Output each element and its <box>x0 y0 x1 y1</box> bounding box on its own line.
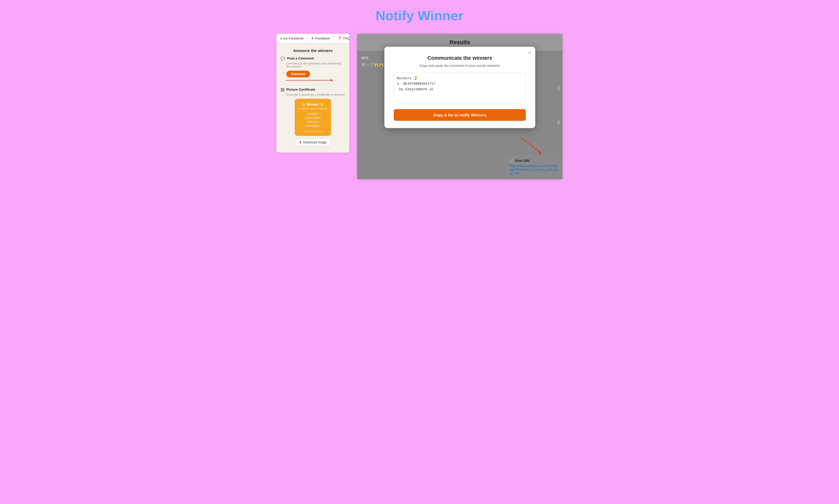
winner-4: josephpblatim <box>297 124 328 128</box>
post-url-section: 🔗 Post URL https://www.instagram.com/p/C… <box>505 155 563 179</box>
results-title: Results <box>362 39 557 46</box>
copy-notify-button[interactable]: Copy & Go to notify Winners <box>394 109 526 121</box>
picture-cert-label: Picture Certificate <box>286 88 315 91</box>
modal-dialog: × Communicate the winners Copy and paste… <box>384 47 535 128</box>
tab-facebook-label: n our Facebook <box>280 36 304 40</box>
right-side-text-2: nds <box>557 120 561 124</box>
faq-icon: ❓ <box>338 36 342 40</box>
cert-stars: ⭐ Winners ⭐ <box>297 102 328 106</box>
picture-icon: 🖼 <box>280 88 284 92</box>
left-content: Anounce the winners 💬 Post a Comment Com… <box>276 43 349 152</box>
svg-line-0 <box>521 138 542 153</box>
cert-subtitle: Congrats to these 4 winners: <box>297 107 328 110</box>
divider <box>280 85 345 85</box>
tab-feedback-label: Feedback <box>315 36 330 40</box>
post-url-link[interactable]: https://www.instagram.com/p/C5IH0grPbDz/… <box>510 164 559 175</box>
external-link-icon: 🔗 <box>510 159 514 163</box>
picture-cert-desc: Generate a picture as a Certificate or s… <box>286 93 345 96</box>
arrow-line <box>286 80 332 80</box>
right-side-text-1: nds <box>557 86 561 91</box>
tab-feedback[interactable]: ✈ Feedback <box>307 34 334 43</box>
post-comment-row: 💬 Post a Comment <box>280 56 345 61</box>
comment-icon: 💬 <box>280 57 285 61</box>
tab-facebook[interactable]: n our Facebook <box>276 34 307 43</box>
picture-cert-row: 🖼 Picture Certificate <box>280 88 345 92</box>
winner-1: arjun61507 <box>297 112 328 116</box>
arrow-indicator <box>280 80 345 80</box>
post-url-text: Post URL <box>515 159 531 163</box>
nav-tabs: n our Facebook ✈ Feedback ❓ FAQ <box>276 34 349 43</box>
modal-title: Communicate the winners <box>394 55 526 61</box>
modal-subtitle: Copy and paste the comment on your socia… <box>394 64 526 68</box>
cert-names: arjun61507 hasanmahdavii al.karim316 jos… <box>297 112 328 128</box>
post-comment-desc: Comment on the giveaway post mentioning … <box>286 62 345 68</box>
winner-2: hasanmahdavii <box>297 116 328 120</box>
announce-title: Anounce the winners <box>280 48 345 53</box>
download-image-button[interactable]: ⬇ Download Image <box>295 139 330 146</box>
page-title: Notify Winner <box>376 8 463 23</box>
certificate-card: ⭐ Winners ⭐ Congrats to these 4 winners:… <box>295 99 331 136</box>
winner-3: al.karim316 <box>297 120 328 124</box>
tab-faq-label: FAQ <box>343 36 349 40</box>
cert-footer: By easycomment.ai <box>297 130 328 132</box>
left-panel: n our Facebook ✈ Feedback ❓ FAQ Anounce … <box>276 34 349 152</box>
post-url-label: 🔗 Post URL <box>510 159 559 163</box>
comment-button[interactable]: Comment <box>286 71 310 77</box>
right-panel: Results ers 握って😱😱😱 × Communicate the win… <box>357 34 563 179</box>
cert-winners-text: Winners <box>307 103 319 106</box>
post-comment-label: Post a Comment <box>287 56 314 60</box>
modal-close-button[interactable]: × <box>528 50 531 55</box>
download-label: Download Image <box>303 141 327 144</box>
download-icon: ⬇ <box>299 141 302 144</box>
tab-faq[interactable]: ❓ FAQ <box>334 34 349 43</box>
winners-textarea[interactable]: Winners 🏆 1. @k19740903kk1717 -by Easyco… <box>394 72 526 103</box>
feedback-icon: ✈ <box>311 36 314 40</box>
